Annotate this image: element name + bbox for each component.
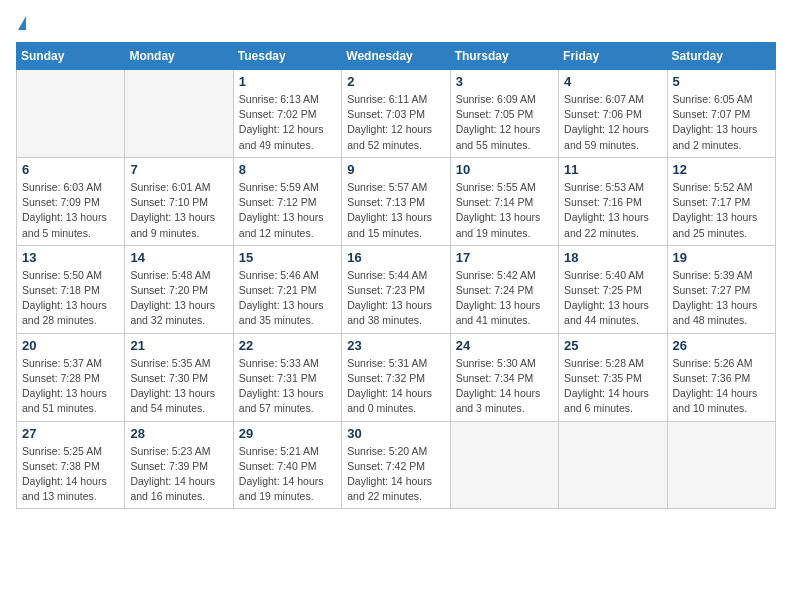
day-detail: Sunrise: 5:20 AM Sunset: 7:42 PM Dayligh… [347,444,444,505]
day-number: 26 [673,338,770,353]
day-number: 21 [130,338,227,353]
calendar-cell: 9Sunrise: 5:57 AM Sunset: 7:13 PM Daylig… [342,157,450,245]
calendar-cell: 14Sunrise: 5:48 AM Sunset: 7:20 PM Dayli… [125,245,233,333]
day-number: 29 [239,426,336,441]
day-detail: Sunrise: 6:11 AM Sunset: 7:03 PM Dayligh… [347,92,444,153]
calendar-cell: 12Sunrise: 5:52 AM Sunset: 7:17 PM Dayli… [667,157,775,245]
weekday-header-thursday: Thursday [450,43,558,70]
day-detail: Sunrise: 5:23 AM Sunset: 7:39 PM Dayligh… [130,444,227,505]
day-number: 1 [239,74,336,89]
calendar-week-row: 1Sunrise: 6:13 AM Sunset: 7:02 PM Daylig… [17,70,776,158]
day-detail: Sunrise: 5:35 AM Sunset: 7:30 PM Dayligh… [130,356,227,417]
logo [16,16,26,30]
day-detail: Sunrise: 5:39 AM Sunset: 7:27 PM Dayligh… [673,268,770,329]
day-detail: Sunrise: 5:44 AM Sunset: 7:23 PM Dayligh… [347,268,444,329]
calendar-cell: 3Sunrise: 6:09 AM Sunset: 7:05 PM Daylig… [450,70,558,158]
calendar-cell: 10Sunrise: 5:55 AM Sunset: 7:14 PM Dayli… [450,157,558,245]
day-number: 12 [673,162,770,177]
calendar-cell: 13Sunrise: 5:50 AM Sunset: 7:18 PM Dayli… [17,245,125,333]
calendar-cell: 20Sunrise: 5:37 AM Sunset: 7:28 PM Dayli… [17,333,125,421]
day-number: 18 [564,250,661,265]
weekday-header-tuesday: Tuesday [233,43,341,70]
weekday-header-saturday: Saturday [667,43,775,70]
day-number: 2 [347,74,444,89]
calendar-cell: 11Sunrise: 5:53 AM Sunset: 7:16 PM Dayli… [559,157,667,245]
calendar-cell [559,421,667,509]
calendar-cell: 4Sunrise: 6:07 AM Sunset: 7:06 PM Daylig… [559,70,667,158]
day-number: 30 [347,426,444,441]
weekday-header-wednesday: Wednesday [342,43,450,70]
day-detail: Sunrise: 5:33 AM Sunset: 7:31 PM Dayligh… [239,356,336,417]
calendar-table: SundayMondayTuesdayWednesdayThursdayFrid… [16,42,776,509]
logo-triangle-icon [18,16,26,30]
calendar-cell: 7Sunrise: 6:01 AM Sunset: 7:10 PM Daylig… [125,157,233,245]
day-number: 13 [22,250,119,265]
day-number: 15 [239,250,336,265]
calendar-week-row: 13Sunrise: 5:50 AM Sunset: 7:18 PM Dayli… [17,245,776,333]
calendar-cell: 16Sunrise: 5:44 AM Sunset: 7:23 PM Dayli… [342,245,450,333]
day-detail: Sunrise: 5:55 AM Sunset: 7:14 PM Dayligh… [456,180,553,241]
calendar-cell: 8Sunrise: 5:59 AM Sunset: 7:12 PM Daylig… [233,157,341,245]
day-number: 5 [673,74,770,89]
day-detail: Sunrise: 5:53 AM Sunset: 7:16 PM Dayligh… [564,180,661,241]
day-number: 3 [456,74,553,89]
weekday-header-monday: Monday [125,43,233,70]
day-detail: Sunrise: 5:30 AM Sunset: 7:34 PM Dayligh… [456,356,553,417]
calendar-cell: 30Sunrise: 5:20 AM Sunset: 7:42 PM Dayli… [342,421,450,509]
calendar-cell: 27Sunrise: 5:25 AM Sunset: 7:38 PM Dayli… [17,421,125,509]
calendar-cell [450,421,558,509]
calendar-cell: 1Sunrise: 6:13 AM Sunset: 7:02 PM Daylig… [233,70,341,158]
calendar-cell: 18Sunrise: 5:40 AM Sunset: 7:25 PM Dayli… [559,245,667,333]
calendar-cell: 19Sunrise: 5:39 AM Sunset: 7:27 PM Dayli… [667,245,775,333]
page-header [16,16,776,30]
day-detail: Sunrise: 6:09 AM Sunset: 7:05 PM Dayligh… [456,92,553,153]
day-number: 23 [347,338,444,353]
day-number: 4 [564,74,661,89]
calendar-week-row: 6Sunrise: 6:03 AM Sunset: 7:09 PM Daylig… [17,157,776,245]
day-detail: Sunrise: 5:59 AM Sunset: 7:12 PM Dayligh… [239,180,336,241]
calendar-cell [667,421,775,509]
day-number: 9 [347,162,444,177]
day-number: 20 [22,338,119,353]
day-number: 22 [239,338,336,353]
day-detail: Sunrise: 5:42 AM Sunset: 7:24 PM Dayligh… [456,268,553,329]
calendar-cell: 22Sunrise: 5:33 AM Sunset: 7:31 PM Dayli… [233,333,341,421]
day-detail: Sunrise: 5:57 AM Sunset: 7:13 PM Dayligh… [347,180,444,241]
day-number: 27 [22,426,119,441]
day-detail: Sunrise: 6:01 AM Sunset: 7:10 PM Dayligh… [130,180,227,241]
calendar-cell: 5Sunrise: 6:05 AM Sunset: 7:07 PM Daylig… [667,70,775,158]
day-detail: Sunrise: 5:28 AM Sunset: 7:35 PM Dayligh… [564,356,661,417]
day-number: 7 [130,162,227,177]
day-number: 6 [22,162,119,177]
calendar-cell [17,70,125,158]
day-detail: Sunrise: 5:25 AM Sunset: 7:38 PM Dayligh… [22,444,119,505]
day-number: 28 [130,426,227,441]
day-detail: Sunrise: 6:07 AM Sunset: 7:06 PM Dayligh… [564,92,661,153]
day-number: 14 [130,250,227,265]
day-number: 24 [456,338,553,353]
day-detail: Sunrise: 5:48 AM Sunset: 7:20 PM Dayligh… [130,268,227,329]
calendar-cell: 6Sunrise: 6:03 AM Sunset: 7:09 PM Daylig… [17,157,125,245]
calendar-cell: 17Sunrise: 5:42 AM Sunset: 7:24 PM Dayli… [450,245,558,333]
day-detail: Sunrise: 5:52 AM Sunset: 7:17 PM Dayligh… [673,180,770,241]
calendar-cell [125,70,233,158]
day-number: 16 [347,250,444,265]
day-number: 11 [564,162,661,177]
day-detail: Sunrise: 5:50 AM Sunset: 7:18 PM Dayligh… [22,268,119,329]
day-number: 8 [239,162,336,177]
weekday-header-sunday: Sunday [17,43,125,70]
calendar-cell: 21Sunrise: 5:35 AM Sunset: 7:30 PM Dayli… [125,333,233,421]
day-number: 25 [564,338,661,353]
calendar-cell: 2Sunrise: 6:11 AM Sunset: 7:03 PM Daylig… [342,70,450,158]
calendar-cell: 23Sunrise: 5:31 AM Sunset: 7:32 PM Dayli… [342,333,450,421]
calendar-cell: 24Sunrise: 5:30 AM Sunset: 7:34 PM Dayli… [450,333,558,421]
weekday-header-friday: Friday [559,43,667,70]
day-detail: Sunrise: 5:26 AM Sunset: 7:36 PM Dayligh… [673,356,770,417]
day-detail: Sunrise: 5:46 AM Sunset: 7:21 PM Dayligh… [239,268,336,329]
calendar-cell: 29Sunrise: 5:21 AM Sunset: 7:40 PM Dayli… [233,421,341,509]
day-detail: Sunrise: 6:03 AM Sunset: 7:09 PM Dayligh… [22,180,119,241]
calendar-week-row: 27Sunrise: 5:25 AM Sunset: 7:38 PM Dayli… [17,421,776,509]
calendar-week-row: 20Sunrise: 5:37 AM Sunset: 7:28 PM Dayli… [17,333,776,421]
calendar-cell: 15Sunrise: 5:46 AM Sunset: 7:21 PM Dayli… [233,245,341,333]
day-detail: Sunrise: 6:13 AM Sunset: 7:02 PM Dayligh… [239,92,336,153]
